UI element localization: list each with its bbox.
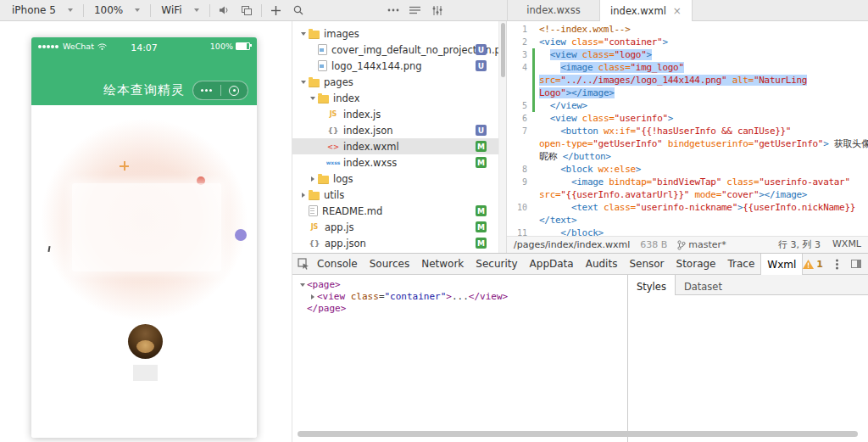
sliders-icon[interactable] [426,0,448,20]
element-tree-row[interactable]: <page> [292,279,627,291]
code-row[interactable]: Logo"></image> [507,87,868,99]
search-icon[interactable] [287,0,309,20]
code-editor[interactable]: 1<!--index.wxml-->2<view class="containe… [507,21,868,236]
png-icon [318,60,327,71]
devtools-tab-storage[interactable]: Storage [670,254,722,274]
tree-item[interactable]: {}index.jsonU [292,122,498,138]
chevron-down-icon[interactable] [299,81,308,84]
line-number: 11 [507,227,531,236]
element-tree-row[interactable]: </page> [292,303,627,315]
tree-item[interactable]: <>index.wxmlM [292,138,498,154]
expand-arrow-icon[interactable] [298,283,307,287]
code-row[interactable]: 1<!--index.wxml--> [507,23,868,36]
code-row[interactable]: open-type="getUserInfo" bindgetuserinfo=… [507,137,868,150]
tree-item[interactable]: logs [292,171,498,187]
sound-icon[interactable] [214,0,236,20]
chevron-down-icon[interactable] [309,97,317,100]
chevron-right-icon[interactable] [309,176,317,182]
tree-item[interactable]: index [292,90,498,106]
tree-item[interactable]: cover_img_default_no_projection.pngU [292,42,498,58]
code-row[interactable]: 4 <image class="img_logo" [507,61,868,74]
network-selector[interactable]: WiFi [154,0,205,20]
code-row[interactable]: 8 <block wx:else> [507,163,868,176]
wifi-icon [97,43,107,50]
capsule-exit-button[interactable] [221,81,248,99]
sidebar-tab-dataset[interactable]: Dataset [676,275,731,294]
code-row[interactable]: 3 <view class="logo"> [507,48,868,61]
tab-close-icon[interactable]: × [673,6,682,16]
tree-item[interactable]: {}app.jsonM [292,235,498,251]
element-tree-row[interactable]: <view class="container">...</view> [292,291,627,303]
zoom-selector[interactable]: 100% [87,0,147,20]
code-text: </view> [535,99,868,112]
scrollbar-thumb[interactable] [501,23,505,77]
code-row[interactable]: src="{{userInfo.avatarUrl}}" mode="cover… [507,188,868,201]
tree-item[interactable]: logo_144x144.pngU [292,58,498,74]
devtools-tab-appdata[interactable]: AppData [524,254,580,274]
code-text: open-type="getUserInfo" bindgetuserinfo=… [535,137,868,150]
element-picker-icon[interactable] [296,258,311,270]
code-row[interactable]: </text> [507,214,868,227]
devtools-tab-security[interactable]: Security [470,254,523,274]
code-row[interactable]: 7 <button wx:if="{{!hasUserInfo && canIU… [507,125,868,137]
tree-item[interactable]: pages [292,74,498,90]
device-selector[interactable]: iPhone 5 [5,0,80,20]
collapse-arrow-icon[interactable] [308,294,317,299]
code-row[interactable]: 昵称 </button> [507,150,868,163]
code-row[interactable]: 5 </view> [507,99,868,112]
git-status-badge: U [476,60,487,71]
file-size: 638 B [640,239,667,250]
sidebar-tab-styles[interactable]: Styles [628,275,676,295]
devtools-tab-console[interactable]: Console [311,254,364,274]
token: > [662,36,667,48]
devtools-tab-sources[interactable]: Sources [364,254,415,274]
code-row[interactable]: 10 <text class="userinfo-nickname">{{use… [507,201,868,214]
horizontal-scrollbar[interactable] [298,431,858,437]
tree-item[interactable]: images [292,25,498,42]
chevron-down-icon[interactable] [299,32,308,36]
devtools-tab-trace[interactable]: Trace [722,254,761,274]
editor-tab-index.wxss[interactable]: index.wxss [508,0,600,20]
tree-item[interactable]: utils [292,187,498,203]
token: "{{userInfo.avatarUrl}}" [560,189,689,200]
warning-indicator[interactable]: 1 [803,259,823,270]
divider [83,4,84,17]
tree-item[interactable]: wxssindex.wxssM [292,154,498,171]
divider [261,4,262,17]
panels-icon[interactable] [236,0,258,20]
phone-simulator[interactable]: WeChat 14:07 100% 绘本查询精灵 [31,37,257,438]
code-row[interactable]: 9 <image bindtap="bindViewTap" class="us… [507,176,868,188]
code-text: <view class="container"> [535,36,868,48]
js-icon: JS [327,109,339,120]
indent [539,113,550,124]
tree-item[interactable]: README.mdM [292,203,498,219]
line-number: 5 [507,99,531,112]
devtools-tab-network[interactable]: Network [415,254,470,274]
list-icon[interactable] [404,0,426,20]
more-icon[interactable] [382,0,404,20]
file-tree-scrollbar[interactable] [498,21,506,253]
editor-tab-index.wxml[interactable]: index.wxml× [600,0,693,21]
git-status-badge: M [476,205,487,216]
phone-status-bar: WeChat 14:07 100% [31,37,257,51]
add-icon[interactable] [265,0,287,20]
devtools-tab-wxml[interactable]: Wxml [760,254,803,275]
dock-icon[interactable] [851,260,861,268]
token: class= [571,36,604,48]
devtools-tab-audits[interactable]: Audits [580,254,624,274]
file-icon [309,205,318,216]
devtools-tab-sensor[interactable]: Sensor [623,254,670,274]
git-status-badge: M [476,221,487,232]
token: alt= [732,75,754,86]
tree-item[interactable]: JSindex.js [292,106,498,122]
chevron-right-icon[interactable] [299,193,308,198]
code-row[interactable]: 11 </block> [507,227,868,236]
user-avatar[interactable] [128,324,163,359]
code-row[interactable]: 6 <view class="userinfo"> [507,112,868,125]
code-row[interactable]: src="../../images/logo_144x144.png" alt=… [507,74,868,87]
tree-item[interactable]: JSapp.jsM [292,219,498,235]
menu-icon[interactable] [836,263,838,266]
capsule-more-button[interactable] [193,81,220,99]
token: <view [317,291,345,303]
code-row[interactable]: 2<view class="container"> [507,36,868,48]
